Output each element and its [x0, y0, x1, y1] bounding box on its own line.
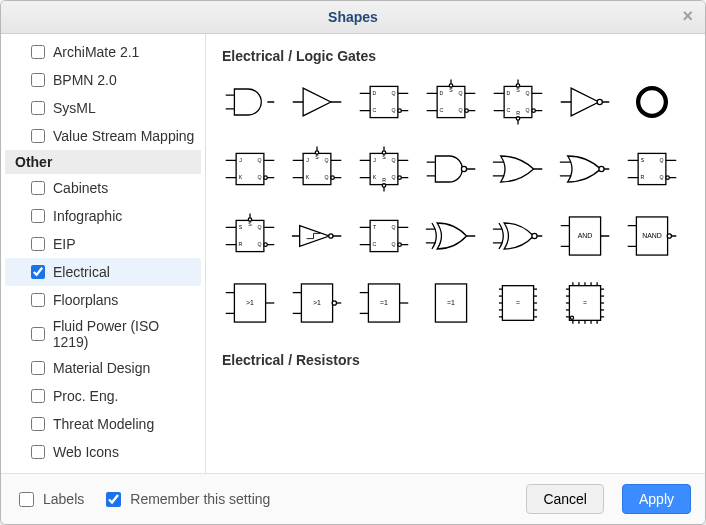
category-item[interactable]: EIP	[5, 230, 201, 258]
category-item[interactable]: Signs	[5, 466, 201, 473]
svg-point-129	[397, 242, 400, 245]
category-item[interactable]: Value Stream Mapping	[5, 122, 201, 150]
svg-point-41	[516, 116, 519, 119]
svg-point-76	[397, 175, 400, 178]
category-label: SysML	[53, 100, 96, 116]
category-checkbox[interactable]	[31, 327, 45, 341]
category-item[interactable]: Cabinets	[5, 174, 201, 202]
shape-and-box[interactable]: AND	[557, 208, 612, 263]
category-item[interactable]: Material Design	[5, 354, 201, 382]
category-item[interactable]: Infographic	[5, 202, 201, 230]
svg-text:D: D	[506, 89, 510, 95]
svg-text:R: R	[640, 174, 644, 180]
category-checkbox[interactable]	[31, 129, 45, 143]
svg-text:Q: Q	[391, 223, 395, 229]
svg-text:Q: Q	[525, 89, 529, 95]
svg-text:S: S	[315, 154, 319, 160]
category-checkbox[interactable]	[31, 389, 45, 403]
shape-eq1-box-1[interactable]: =1	[356, 275, 411, 330]
category-checkbox[interactable]	[31, 265, 45, 279]
category-checkbox[interactable]	[31, 209, 45, 223]
shape-jk-flipflop-2[interactable]: JKQQS	[289, 141, 344, 196]
shape-dip-2[interactable]: =	[557, 275, 612, 330]
category-checkbox[interactable]	[31, 181, 45, 195]
shape-jk-flipflop-1[interactable]: JKQQ	[222, 141, 277, 196]
shape-schmitt[interactable]	[289, 208, 344, 263]
shape-sr-flipflop-1[interactable]: SRQQ	[624, 141, 679, 196]
shape-t-flipflop[interactable]: TCQQ	[356, 208, 411, 263]
shape-ge1-box-1[interactable]: >1	[222, 275, 277, 330]
shape-ring[interactable]	[624, 74, 679, 129]
shape-buffer[interactable]	[289, 74, 344, 129]
category-item[interactable]: Electrical	[5, 258, 201, 286]
category-checkbox[interactable]	[31, 417, 45, 431]
dialog-title: Shapes	[328, 9, 378, 25]
shape-or-gate[interactable]	[490, 141, 545, 196]
svg-text:C: C	[372, 241, 376, 247]
svg-point-113	[263, 242, 266, 245]
shape-preview-panel[interactable]: Electrical / Logic GatesDCQQDCQQSDCQQSRJ…	[206, 34, 705, 473]
close-icon[interactable]: ×	[682, 7, 693, 25]
category-checkbox[interactable]	[31, 73, 45, 87]
category-sidebar[interactable]: ArchiMate 2.1BPMN 2.0SysMLValue Stream M…	[1, 34, 206, 473]
shape-nand-box[interactable]: NAND	[624, 208, 679, 263]
shape-inverter[interactable]	[557, 74, 612, 129]
labels-checkbox[interactable]	[19, 492, 34, 507]
shape-d-flipflop-2[interactable]: DCQQS	[423, 74, 478, 129]
shape-nand-gate[interactable]	[423, 141, 478, 196]
shape-sr-flipflop-2[interactable]: SRQQS	[222, 208, 277, 263]
category-checkbox[interactable]	[31, 293, 45, 307]
category-label: Cabinets	[53, 180, 108, 196]
category-item[interactable]: Fluid Power (ISO 1219)	[5, 314, 201, 354]
svg-point-53	[263, 175, 266, 178]
category-checkbox[interactable]	[31, 237, 45, 251]
svg-text:C: C	[506, 107, 510, 113]
category-item[interactable]: Floorplans	[5, 286, 201, 314]
svg-text:=1: =1	[447, 298, 455, 305]
shape-d-flipflop-3[interactable]: DCQQSR	[490, 74, 545, 129]
svg-point-47	[638, 88, 666, 116]
category-item[interactable]: BPMN 2.0	[5, 66, 201, 94]
shape-eq1-box-2[interactable]: =1	[423, 275, 478, 330]
svg-text:S: S	[382, 154, 386, 160]
svg-text:Q: Q	[324, 174, 328, 180]
category-checkbox[interactable]	[31, 361, 45, 375]
svg-point-94	[598, 166, 603, 171]
apply-button[interactable]: Apply	[622, 484, 691, 514]
svg-text:J: J	[239, 156, 242, 162]
shape-xnor-gate[interactable]	[490, 208, 545, 263]
svg-point-44	[597, 99, 602, 104]
svg-text:Q: Q	[257, 174, 261, 180]
shape-and-gate[interactable]	[222, 74, 277, 129]
svg-text:>1: >1	[246, 298, 254, 305]
category-label: Electrical	[53, 264, 110, 280]
category-item[interactable]: SysML	[5, 94, 201, 122]
labels-checkbox-label: Labels	[43, 491, 84, 507]
svg-point-149	[667, 233, 671, 237]
svg-text:R: R	[382, 176, 386, 182]
shape-d-flipflop-1[interactable]: DCQQ	[356, 74, 411, 129]
shape-jk-flipflop-3[interactable]: JKQQSR	[356, 141, 411, 196]
shape-dip-1[interactable]: =	[490, 275, 545, 330]
cancel-button[interactable]: Cancel	[526, 484, 604, 514]
category-header: Other	[5, 150, 201, 174]
shape-nor-gate[interactable]	[557, 141, 612, 196]
svg-point-137	[531, 233, 536, 238]
svg-text:Q: Q	[391, 174, 395, 180]
shape-ge1-box-2[interactable]: >1	[289, 275, 344, 330]
svg-point-20	[464, 108, 467, 111]
svg-text:R: R	[238, 241, 242, 247]
shape-xor-gate[interactable]	[423, 208, 478, 263]
category-item[interactable]: Proc. Eng.	[5, 382, 201, 410]
category-item[interactable]: ArchiMate 2.1	[5, 38, 201, 66]
category-checkbox[interactable]	[31, 45, 45, 59]
category-checkbox[interactable]	[31, 101, 45, 115]
category-item[interactable]: Web Icons	[5, 438, 201, 466]
category-label: Floorplans	[53, 292, 118, 308]
labels-option[interactable]: Labels	[15, 489, 84, 510]
remember-option[interactable]: Remember this setting	[102, 489, 270, 510]
category-item[interactable]: Threat Modeling	[5, 410, 201, 438]
category-checkbox[interactable]	[31, 445, 45, 459]
shapes-dialog: Shapes × ArchiMate 2.1BPMN 2.0SysMLValue…	[0, 0, 706, 525]
remember-checkbox[interactable]	[106, 492, 121, 507]
